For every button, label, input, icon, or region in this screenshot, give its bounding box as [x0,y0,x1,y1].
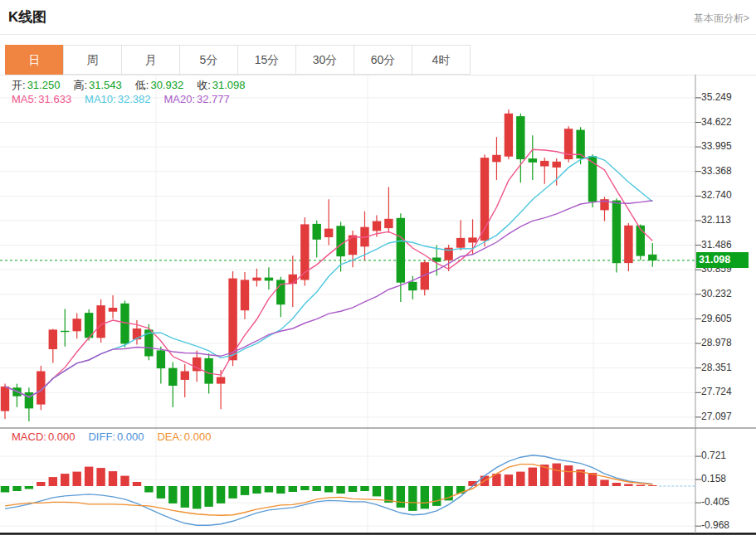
period-tab-0[interactable]: 日 [5,45,64,75]
open-value: 31.250 [27,79,61,91]
open-label: 开: [12,79,26,91]
ohlc-info-row: 开:31.250高:31.543低:30.932收:31.098 [12,78,259,93]
macd-info-row: MACD:0.000DIFF:0.000DEA:0.000 [12,431,224,443]
y-axis-label: 27.097 [701,411,732,422]
y-axis-label: 32.740 [701,189,732,201]
y-axis-label: 31.486 [701,239,732,251]
ma10-label: MA10: [85,93,116,105]
dea-value: 0.000 [184,431,212,443]
macd-axis-label: 0.158 [701,473,726,484]
y-axis-label: 35.249 [701,91,732,103]
dea-label: DEA: [157,431,182,443]
period-tab-7[interactable]: 4时 [412,45,471,75]
y-axis-label: 30.232 [701,288,732,299]
macd-axis-label: -0.968 [701,519,729,531]
period-tab-4[interactable]: 15分 [237,45,296,75]
period-tab-3[interactable]: 5分 [179,45,238,75]
ma10-value: 32.382 [118,93,151,105]
period-tab-bar: 日周月5分15分30分60分4时 [6,45,471,75]
y-axis-label: 33.368 [701,165,732,177]
y-axis-label: 28.978 [701,337,732,348]
ma20-value: 32.777 [197,93,230,105]
y-axis-label: 32.113 [701,214,731,226]
ma-info-row: MA5:31.633MA10:32.382MA20:32.777 [12,93,243,105]
high-label: 高: [73,79,87,91]
close-label: 收: [197,79,211,91]
period-tab-6[interactable]: 60分 [354,45,412,75]
y-axis-label: 28.351 [701,362,732,373]
macd-axis-label: -0.405 [701,496,729,508]
y-axis-label: 34.622 [701,116,732,128]
diff-label: DIFF: [88,431,115,443]
macd-value: 0.000 [48,431,76,443]
header-divider [0,34,756,35]
macd-label: MACD: [12,431,46,443]
period-tab-5[interactable]: 30分 [295,45,354,75]
y-axis-label: 33.995 [701,140,732,152]
kline-svg [0,75,756,536]
ma5-value: 31.633 [38,93,71,105]
high-value: 31.543 [89,79,122,91]
last-price-badge: 31.098 [696,252,749,268]
kline-page: K线图 基本面分析> 日周月5分15分30分60分4时 开:31.250高:31… [0,0,756,540]
close-value: 31.098 [212,79,246,91]
fundamental-analysis-link[interactable]: 基本面分析> [694,12,749,26]
y-axis-label: 27.724 [701,386,732,397]
y-axis-label: 29.605 [701,313,732,324]
macd-axis-label: 0.721 [701,450,726,461]
page-title: K线图 [8,7,46,27]
period-tab-1[interactable]: 周 [63,45,122,75]
kline-chart-area[interactable]: 开:31.250高:31.543低:30.932收:31.098 MA5:31.… [0,75,756,540]
low-value: 30.932 [150,79,183,91]
low-label: 低: [135,79,149,91]
ma20-label: MA20: [163,93,195,105]
ma5-label: MA5: [12,93,37,105]
period-tab-2[interactable]: 月 [121,45,180,75]
diff-value: 0.000 [117,431,144,443]
